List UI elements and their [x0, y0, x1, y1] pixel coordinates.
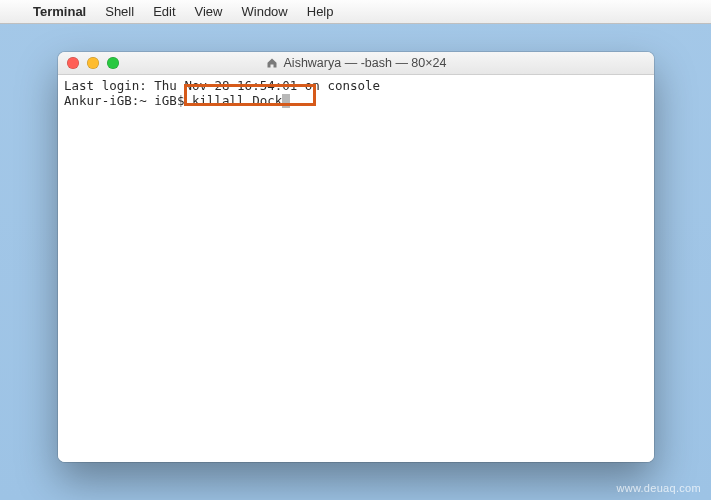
menu-view[interactable]: View	[195, 4, 223, 19]
menu-edit[interactable]: Edit	[153, 4, 175, 19]
window-title-text: Aishwarya — -bash — 80×24	[284, 56, 447, 70]
window-title: Aishwarya — -bash — 80×24	[266, 56, 447, 70]
terminal-line-prompt: Ankur-iGB:~ iGB$ killall Dock	[64, 93, 648, 108]
prompt-text: Ankur-iGB:~ iGB$	[64, 93, 192, 108]
watermark-text: www.deuaq.com	[616, 482, 701, 494]
window-titlebar[interactable]: Aishwarya — -bash — 80×24	[58, 52, 654, 75]
home-icon	[266, 57, 278, 69]
traffic-lights	[67, 57, 119, 69]
menu-help[interactable]: Help	[307, 4, 334, 19]
terminal-window: Aishwarya — -bash — 80×24 Last login: Th…	[58, 52, 654, 462]
terminal-body[interactable]: Last login: Thu Nov 28 16:54:01 on conso…	[58, 75, 654, 462]
terminal-line-lastlogin: Last login: Thu Nov 28 16:54:01 on conso…	[64, 78, 648, 93]
macos-menubar: Terminal Shell Edit View Window Help	[0, 0, 711, 24]
menu-shell[interactable]: Shell	[105, 4, 134, 19]
zoom-button[interactable]	[107, 57, 119, 69]
close-button[interactable]	[67, 57, 79, 69]
menu-window[interactable]: Window	[242, 4, 288, 19]
command-text: killall Dock	[192, 93, 282, 108]
minimize-button[interactable]	[87, 57, 99, 69]
app-menu[interactable]: Terminal	[33, 4, 86, 19]
terminal-cursor	[282, 94, 290, 108]
